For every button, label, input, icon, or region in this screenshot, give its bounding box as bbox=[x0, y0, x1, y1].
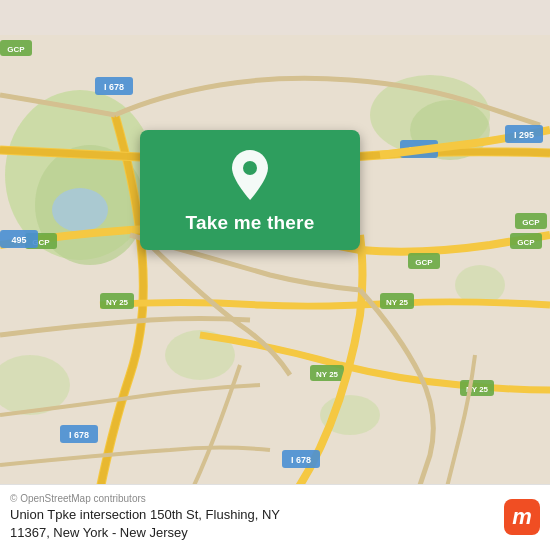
svg-text:I 678: I 678 bbox=[104, 82, 124, 92]
map-background: I 678 I 495 I 495 GCP GCP GCP GCP 495 NY… bbox=[0, 0, 550, 550]
map-container: I 678 I 495 I 495 GCP GCP GCP GCP 495 NY… bbox=[0, 0, 550, 550]
svg-text:I 678: I 678 bbox=[291, 455, 311, 465]
button-label: Take me there bbox=[186, 212, 315, 234]
take-me-there-button[interactable]: Take me there bbox=[140, 130, 360, 250]
attribution-text: © OpenStreetMap contributors bbox=[10, 493, 280, 504]
svg-point-3 bbox=[52, 188, 108, 232]
svg-text:I 295: I 295 bbox=[514, 130, 534, 140]
svg-text:GCP: GCP bbox=[517, 238, 535, 247]
moovit-logo-icon: m bbox=[504, 499, 540, 535]
svg-text:I 678: I 678 bbox=[69, 430, 89, 440]
address-text: Union Tpke intersection 150th St, Flushi… bbox=[10, 506, 280, 542]
svg-text:GCP: GCP bbox=[7, 45, 25, 54]
moovit-logo: m bbox=[504, 499, 540, 535]
svg-text:NY 25: NY 25 bbox=[386, 298, 409, 307]
svg-text:NY 25: NY 25 bbox=[106, 298, 129, 307]
bottom-bar: © OpenStreetMap contributors Union Tpke … bbox=[0, 484, 550, 550]
svg-text:495: 495 bbox=[11, 235, 26, 245]
address-container: © OpenStreetMap contributors Union Tpke … bbox=[10, 493, 280, 542]
svg-text:GCP: GCP bbox=[522, 218, 540, 227]
svg-text:NY 25: NY 25 bbox=[316, 370, 339, 379]
svg-text:GCP: GCP bbox=[415, 258, 433, 267]
location-pin-icon bbox=[228, 148, 272, 202]
svg-point-44 bbox=[243, 161, 257, 175]
